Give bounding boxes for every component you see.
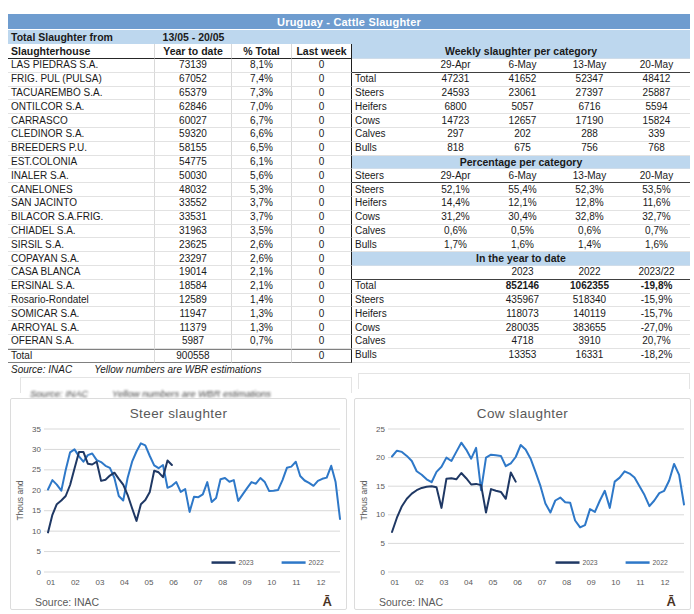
- pct-value: [232, 349, 292, 363]
- value-cell: 383655: [556, 321, 623, 335]
- svg-text:25: 25: [32, 465, 41, 474]
- clipped-box-right: [358, 373, 690, 389]
- value-cell: [422, 280, 489, 294]
- svg-text:07: 07: [538, 578, 547, 587]
- series-line-2022: [48, 443, 340, 519]
- value-cell: 6716: [556, 100, 623, 114]
- lastweek-value: 0: [292, 100, 352, 114]
- svg-text:02: 02: [415, 578, 424, 587]
- svg-text:06: 06: [513, 578, 522, 587]
- ytd-value: 23625: [155, 238, 232, 252]
- chart-title: Steer slaughter: [11, 406, 346, 424]
- slaughterhouse-name: BREEDERS P.U.: [8, 142, 155, 156]
- slaughterhouse-name: INALER S.A.: [8, 169, 155, 183]
- col-header-slaughterhouse: Slaughterhouse: [8, 44, 155, 59]
- slaughterhouse-name: SIRSIL S.A.: [8, 238, 155, 252]
- svg-text:20: 20: [32, 486, 41, 495]
- slaughterhouse-name: CHIADEL S.A.: [8, 225, 155, 239]
- value-cell: 852146: [489, 280, 556, 294]
- svg-text:25: 25: [376, 425, 385, 434]
- pct-value: 6,1%: [232, 156, 292, 170]
- value-cell: 32,8%: [556, 211, 623, 225]
- pct-value: 7,3%: [232, 87, 292, 101]
- chart-source: Source: INAC: [35, 596, 99, 608]
- value-cell: 518340: [556, 294, 623, 308]
- value-cell: 24593: [422, 87, 489, 101]
- legend-label-2022: 2022: [309, 559, 324, 566]
- series-line-2023: [392, 473, 516, 533]
- chart-footer: Source: INAC Ā: [355, 594, 690, 609]
- pct-value: 5,6%: [232, 169, 292, 183]
- category-label: Steers: [352, 183, 422, 197]
- ytd-value: 23297: [155, 252, 232, 266]
- pct-value: 2,1%: [232, 266, 292, 280]
- lastweek-value: 0: [292, 335, 352, 349]
- ytd-value: 33552: [155, 197, 232, 211]
- slaughterhouse-name: CANELONES: [8, 183, 155, 197]
- chart-svg: 0510152025Thous and010203040506070809101…: [358, 424, 688, 592]
- pct-value: 1,3%: [232, 307, 292, 321]
- value-cell: 52,1%: [422, 183, 489, 197]
- value-cell: 4718: [489, 335, 556, 349]
- period-value: 13/05 - 20/05: [155, 31, 232, 43]
- slaughterhouse-name: Rosario-Rondatel: [8, 294, 155, 308]
- svg-text:10: 10: [32, 527, 41, 536]
- value-cell: 53,5%: [623, 183, 690, 197]
- value-cell: 0,6%: [422, 225, 489, 239]
- value-cell: 20-May: [623, 59, 690, 73]
- category-label: Cows: [352, 114, 422, 128]
- value-cell: 31,2%: [422, 211, 489, 225]
- value-cell: 0,6%: [556, 225, 623, 239]
- svg-text:05: 05: [145, 578, 154, 587]
- corner-glyph: Ā: [323, 594, 332, 609]
- chart-plot-area: 05101520253035Thous and01020304050607080…: [14, 424, 346, 596]
- pct-value: 0,7%: [232, 335, 292, 349]
- lastweek-value: 0: [292, 321, 352, 335]
- svg-text:06: 06: [169, 578, 178, 587]
- lastweek-value: 0: [292, 87, 352, 101]
- chart-source: Source: INAC: [379, 596, 443, 608]
- value-cell: 0,5%: [489, 225, 556, 239]
- ytd-value: 50030: [155, 169, 232, 183]
- ytd-value: 11947: [155, 307, 232, 321]
- value-cell: 2022: [556, 266, 623, 280]
- slaughterhouse-name: CASA BLANCA: [8, 266, 155, 280]
- value-cell: 12,8%: [556, 197, 623, 211]
- svg-text:11: 11: [292, 578, 301, 587]
- pct-value: 2,6%: [232, 238, 292, 252]
- ytd-value: 900558: [155, 349, 232, 363]
- pct-value: 1,3%: [232, 321, 292, 335]
- category-label: Bulls: [352, 142, 422, 156]
- value-cell: 118073: [489, 307, 556, 321]
- svg-text:15: 15: [376, 482, 385, 491]
- value-cell: 52,3%: [556, 183, 623, 197]
- period-row: Total Slaughter from 13/05 - 20/05: [8, 30, 690, 44]
- category-label: Calves: [352, 335, 422, 349]
- category-label: Heifers: [352, 307, 422, 321]
- lastweek-value: 0: [292, 280, 352, 294]
- slaughter-table: SlaughterhouseYear to date% TotalLast we…: [8, 44, 690, 363]
- value-cell: 1,4%: [556, 238, 623, 252]
- category-label: Bulls: [352, 349, 422, 363]
- value-cell: 48412: [623, 73, 690, 87]
- category-label: Total: [352, 280, 422, 294]
- ytd-value: 60027: [155, 114, 232, 128]
- col-header-lastweek: Last week: [292, 44, 352, 59]
- svg-text:08: 08: [218, 578, 227, 587]
- ytd-value: 73139: [155, 59, 232, 73]
- value-cell: 29-Apr: [422, 169, 489, 183]
- svg-text:20: 20: [376, 453, 385, 462]
- value-cell: 675: [489, 142, 556, 156]
- cow-chart: Cow slaughter 0510152025Thous and0102030…: [354, 398, 691, 610]
- lastweek-value: 0: [292, 197, 352, 211]
- slaughterhouse-name: ARROYAL S.A.: [8, 321, 155, 335]
- value-cell: 52347: [556, 73, 623, 87]
- pct-value: 1,4%: [232, 294, 292, 308]
- value-cell: 30,4%: [489, 211, 556, 225]
- ytd-value: 18584: [155, 280, 232, 294]
- value-cell: 55,4%: [489, 183, 556, 197]
- value-cell: [422, 266, 489, 280]
- category-label: Heifers: [352, 100, 422, 114]
- lastweek-value: 0: [292, 307, 352, 321]
- pct-value: 2,6%: [232, 252, 292, 266]
